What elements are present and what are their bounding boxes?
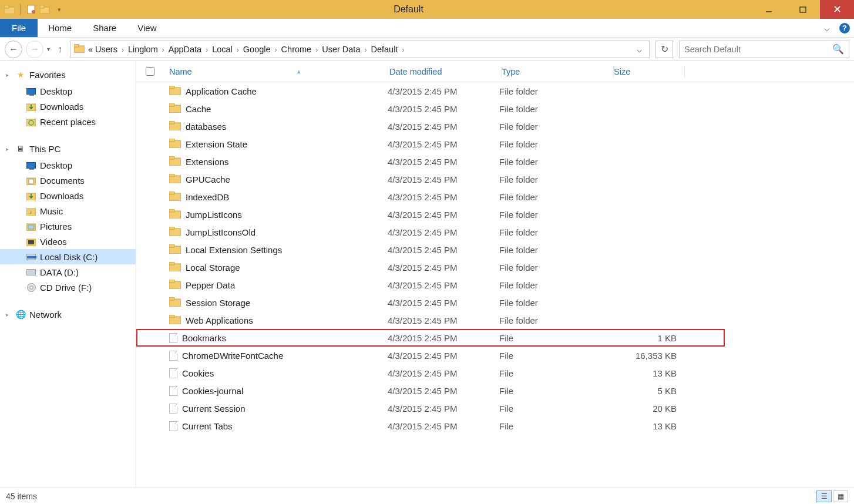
breadcrumb-item[interactable]: Default (369, 45, 399, 54)
search-box[interactable]: 🔍 (679, 41, 849, 58)
file-date: 4/3/2015 2:45 PM (388, 368, 499, 378)
close-button[interactable]: ✕ (820, 0, 854, 19)
file-row[interactable]: JumpListIcons 4/3/2015 2:45 PM File fold… (136, 206, 854, 223)
view-details-button[interactable]: ☰ (816, 490, 832, 502)
sidebar-item-label: Downloads (40, 191, 83, 201)
file-row[interactable]: GPUCache 4/3/2015 2:45 PM File folder (136, 170, 854, 188)
column-type[interactable]: Type (502, 67, 613, 76)
search-input[interactable] (684, 45, 832, 54)
svg-rect-39 (169, 227, 174, 230)
breadcrumb-item[interactable]: Google (242, 45, 272, 54)
file-row[interactable]: Current Tabs 4/3/2015 2:45 PM File 13 KB (136, 417, 854, 435)
sidebar-item-label: Pictures (40, 221, 72, 231)
file-row[interactable]: Bookmarks 4/3/2015 2:45 PM File 1 KB (136, 329, 725, 347)
file-row[interactable]: Cookies-journal 4/3/2015 2:45 PM File 5 … (136, 382, 854, 399)
address-bar[interactable]: « Users›Linglom›AppData›Local›Google›Chr… (70, 41, 650, 58)
history-dropdown-icon[interactable]: ▾ (47, 46, 50, 52)
file-row[interactable]: Cache 4/3/2015 2:45 PM File folder (136, 100, 854, 117)
sidebar-item[interactable]: Pictures (0, 219, 136, 234)
file-list-pane: Name ▴ Date modified Type Size Applicati… (136, 61, 854, 488)
cd-icon (26, 282, 36, 293)
file-type: File folder (499, 263, 611, 273)
maximize-button[interactable] (786, 0, 820, 19)
search-icon[interactable]: 🔍 (832, 43, 844, 55)
navigation-pane[interactable]: ▸ ★ Favorites DesktopDownloadsRecent pla… (0, 61, 136, 488)
svg-rect-45 (169, 280, 174, 283)
tab-home[interactable]: Home (38, 19, 82, 37)
back-button[interactable]: ← (5, 41, 22, 58)
address-dropdown-icon[interactable]: ⌵ (633, 45, 645, 54)
file-name: Cache (186, 104, 211, 114)
desktop-icon (26, 160, 36, 170)
file-row[interactable]: Application Cache 4/3/2015 2:45 PM File … (136, 82, 854, 100)
sidebar-item-label: Videos (40, 237, 67, 247)
sidebar-item[interactable]: Videos (0, 234, 136, 249)
ribbon: File Home Share View ⌵ ? (0, 19, 854, 38)
column-name[interactable]: Name ▴ (169, 67, 389, 76)
sidebar-label: Favorites (29, 70, 66, 80)
select-all-checkbox[interactable] (146, 67, 154, 76)
breadcrumb-overflow[interactable]: « (87, 45, 94, 54)
folder-icon (169, 156, 181, 167)
properties-icon[interactable] (25, 4, 37, 15)
file-row[interactable]: ChromeDWriteFontCache 4/3/2015 2:45 PM F… (136, 347, 854, 364)
file-row[interactable]: Cookies 4/3/2015 2:45 PM File 13 KB (136, 364, 854, 382)
file-date: 4/3/2015 2:45 PM (388, 139, 499, 149)
file-rows[interactable]: Application Cache 4/3/2015 2:45 PM File … (136, 82, 854, 488)
file-date: 4/3/2015 2:45 PM (388, 192, 499, 202)
file-row[interactable]: Extensions 4/3/2015 2:45 PM File folder (136, 153, 854, 170)
breadcrumb-item[interactable]: Linglom (127, 45, 159, 54)
breadcrumb-item[interactable]: Users (94, 45, 119, 54)
forward-button[interactable]: → (26, 41, 43, 58)
column-size[interactable]: Size (614, 67, 684, 76)
file-row[interactable]: databases 4/3/2015 2:45 PM File folder (136, 117, 854, 135)
sidebar-group-network[interactable]: ▸ 🌐 Network (0, 305, 136, 323)
tab-share[interactable]: Share (82, 19, 127, 37)
breadcrumb-item[interactable]: AppData (167, 45, 203, 54)
file-date: 4/3/2015 2:45 PM (388, 210, 499, 220)
file-row[interactable]: Pepper Data 4/3/2015 2:45 PM File folder (136, 276, 854, 294)
breadcrumb-item[interactable]: Chrome (280, 45, 313, 54)
help-button[interactable]: ? (835, 23, 854, 33)
file-row[interactable]: Session Storage 4/3/2015 2:45 PM File fo… (136, 294, 854, 311)
sidebar-item-label: DATA (D:) (40, 267, 79, 277)
file-tab[interactable]: File (0, 19, 38, 37)
sidebar-item[interactable]: DATA (D:) (0, 264, 136, 280)
file-name: Application Cache (186, 86, 257, 96)
file-row[interactable]: Web Applications 4/3/2015 2:45 PM File f… (136, 311, 854, 329)
file-row[interactable]: IndexedDB 4/3/2015 2:45 PM File folder (136, 188, 854, 206)
new-folder-icon[interactable] (39, 4, 51, 15)
view-thumbnails-button[interactable]: ▦ (833, 490, 848, 502)
file-date: 4/3/2015 2:45 PM (388, 404, 499, 414)
sidebar-item[interactable]: Documents (0, 173, 136, 188)
refresh-button[interactable]: ↻ (655, 41, 673, 58)
sidebar-item[interactable]: Desktop (0, 157, 136, 173)
sidebar-group-favorites[interactable]: ▸ ★ Favorites (0, 66, 136, 83)
sidebar-item[interactable]: ♪Music (0, 203, 136, 219)
file-row[interactable]: JumpListIconsOld 4/3/2015 2:45 PM File f… (136, 223, 854, 241)
file-type: File folder (499, 210, 611, 220)
sidebar-item[interactable]: Downloads (0, 188, 136, 203)
qat-dropdown-icon[interactable]: ▾ (53, 4, 65, 15)
breadcrumb-item[interactable]: User Data (321, 45, 361, 54)
file-name: Local Storage (186, 263, 240, 273)
sidebar-item[interactable]: Downloads (0, 99, 136, 114)
minimize-button[interactable] (752, 0, 786, 19)
sidebar-item[interactable]: Desktop (0, 83, 136, 99)
sidebar-item[interactable]: Recent places (0, 114, 136, 129)
file-row[interactable]: Local Extension Settings 4/3/2015 2:45 P… (136, 241, 854, 258)
sidebar-group-thispc[interactable]: ▸ 🖥 This PC (0, 140, 136, 157)
column-date[interactable]: Date modified (389, 67, 501, 76)
svg-rect-41 (169, 244, 174, 247)
sidebar-item[interactable]: Local Disk (C:) (0, 249, 136, 264)
file-row[interactable]: Current Session 4/3/2015 2:45 PM File 20… (136, 399, 854, 417)
breadcrumb-item[interactable]: Local (211, 45, 234, 54)
up-button[interactable]: ↑ (53, 44, 66, 55)
svg-rect-37 (169, 209, 174, 212)
tab-view[interactable]: View (127, 19, 167, 37)
folder-icon (4, 4, 15, 15)
file-row[interactable]: Local Storage 4/3/2015 2:45 PM File fold… (136, 258, 854, 276)
file-row[interactable]: Extension State 4/3/2015 2:45 PM File fo… (136, 135, 854, 153)
ribbon-expand-icon[interactable]: ⌵ (819, 22, 835, 33)
sidebar-item[interactable]: CD Drive (F:) (0, 280, 136, 295)
